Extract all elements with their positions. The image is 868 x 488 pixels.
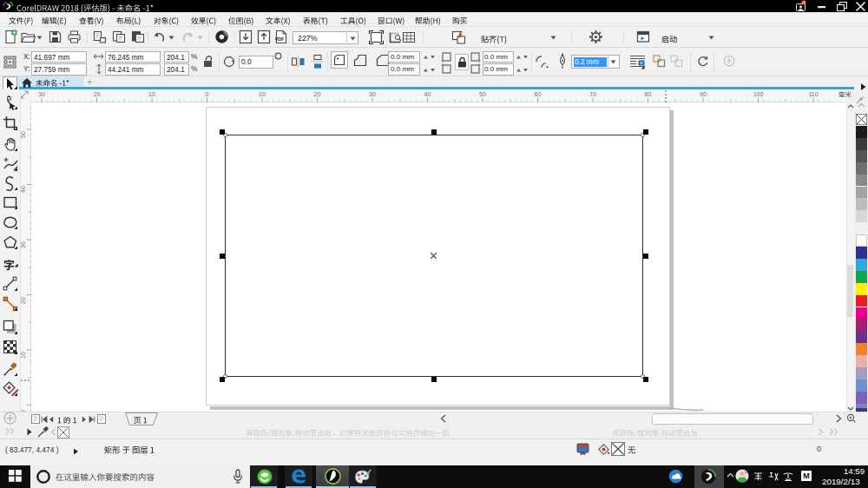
svg-text:30: 30 bbox=[21, 241, 26, 248]
svg-text:20: 20 bbox=[21, 297, 26, 304]
svg-text:50: 50 bbox=[21, 131, 26, 138]
svg-text:40: 40 bbox=[21, 186, 26, 193]
svg-text:10: 10 bbox=[21, 352, 26, 359]
